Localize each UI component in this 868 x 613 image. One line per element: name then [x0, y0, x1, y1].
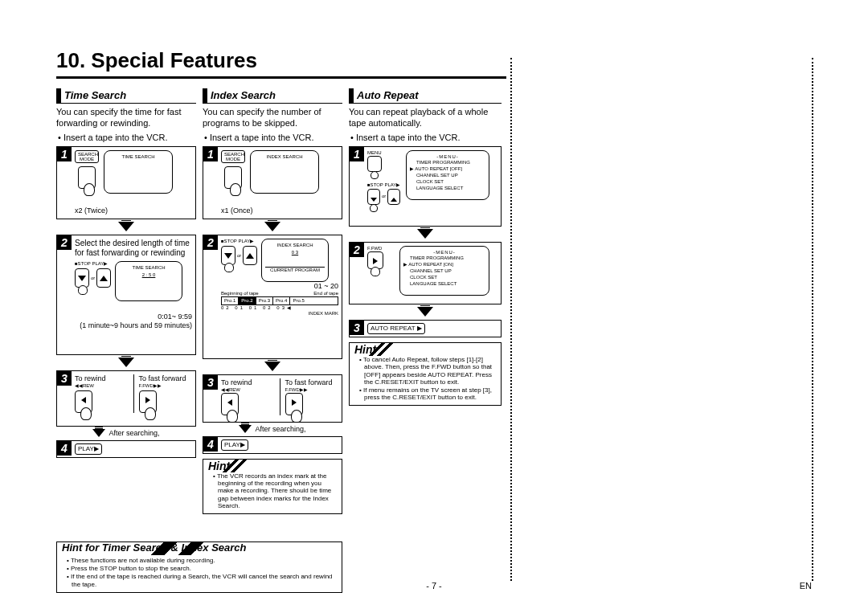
- step-4: 4 PLAY▶: [203, 436, 342, 454]
- ffwd-label: To fast forward: [139, 374, 193, 383]
- prog: Pro.5: [290, 297, 306, 304]
- step-4: 4 PLAY▶: [56, 440, 196, 458]
- rew-button-label: ◀◀REW: [221, 387, 275, 393]
- menu-item-selected: AUTO REPEAT [ON]: [410, 262, 485, 268]
- step-3: 3 To rewind ◀◀REW To fast forward F.FWD▶…: [56, 370, 196, 427]
- col-time-search: Time Search You can specify the time for…: [56, 85, 196, 514]
- step-1: 1 MENU ■STOP PLAY▶ or -MENU-: [349, 146, 502, 227]
- tv-screen: TIME SEARCH: [104, 150, 173, 194]
- search-mode-button: SEARCH MODE: [221, 150, 245, 163]
- up-button: [96, 268, 111, 288]
- intro: You can specify the number of programs t…: [203, 107, 342, 129]
- tv-screen: INDEX SEARCH: [250, 150, 319, 194]
- heading-auto-repeat: Auto Repeat: [349, 88, 502, 104]
- hint-item: Press the STOP button to stop the search…: [67, 565, 337, 572]
- arrow-down-icon: [239, 425, 252, 433]
- begin-label: Beginning of tape: [221, 291, 259, 296]
- up-button: [243, 246, 257, 265]
- col-index-search: Index Search You can specify the number …: [203, 85, 342, 514]
- down-button: [221, 246, 235, 265]
- intro: You can repeat playback of a whole tape …: [349, 107, 502, 129]
- down-button: [75, 268, 89, 288]
- ffwd-button-label: F.FWD▶▶: [285, 387, 339, 393]
- arrow-down-icon: [264, 362, 280, 371]
- hint-item: The VCR records an index mark at the beg…: [213, 472, 337, 509]
- step-number: 2: [203, 235, 218, 250]
- menu-item: CLOCK SET: [416, 179, 485, 186]
- step-2: 2 ■STOP PLAY▶ or INDEX SEARCH 0 3: [203, 235, 342, 359]
- step-number: 3: [203, 375, 218, 390]
- index-marks: 02 01 01 02 03◀: [221, 305, 338, 311]
- screen-label: INDEX SEARCH: [254, 154, 315, 160]
- rew-button: [75, 390, 92, 413]
- btn-row: ■STOP PLAY▶: [221, 239, 258, 244]
- screen-value: 2 : 5 0: [119, 272, 178, 278]
- down-button: [367, 189, 380, 205]
- tv-screen-menu: -MENU- TIMER PROGRAMMING AUTO REPEAT [OF…: [406, 150, 489, 200]
- step-3: 3 AUTO REPEAT ▶: [349, 320, 502, 337]
- after-label: After searching,: [108, 429, 159, 437]
- ffwd-button-label: F.FWD▶▶: [139, 383, 193, 389]
- hint-item: These functions are not available during…: [67, 557, 337, 564]
- page-right-dots: [812, 58, 813, 581]
- menu-item: CHANNEL SET UP: [416, 173, 485, 179]
- step-number: 3: [57, 371, 72, 386]
- step-2: 2 F.FWD -MENU- TIMER PROGRAMMING AUTO RE…: [349, 242, 502, 304]
- range: 01 ~ 20: [221, 282, 338, 291]
- rew-button-label: ◀◀REW: [75, 383, 129, 389]
- page-number: - 7 -: [0, 581, 868, 591]
- step-number: 1: [350, 147, 364, 161]
- menu-button-label: MENU: [367, 150, 403, 156]
- hint-box: Hint The VCR records an index mark at th…: [203, 459, 342, 514]
- arrow-down-icon: [118, 222, 134, 231]
- screen-value: 0 3: [265, 250, 325, 255]
- play-button: PLAY▶: [75, 443, 102, 455]
- range: 0:01~ 9:59: [75, 313, 192, 321]
- menu-title: -MENU-: [403, 250, 485, 255]
- menu-item: LANGUAGE SELECT: [410, 281, 485, 288]
- menu-item: CLOCK SET: [410, 275, 485, 281]
- arrow-down-icon: [92, 429, 105, 437]
- intro: You can specify the time for fast forwar…: [56, 107, 196, 129]
- menu-item: CHANNEL SET UP: [410, 268, 485, 275]
- after-label: After searching,: [255, 425, 305, 433]
- menu-button: [367, 156, 382, 172]
- prog-active: Pro.2: [239, 297, 256, 304]
- column-divider: [510, 58, 512, 581]
- caption: x1 (Once): [221, 206, 338, 215]
- col-auto-repeat: Auto Repeat You can repeat playback of a…: [349, 85, 502, 514]
- step-3: 3 To rewind ◀◀REW To fast forward F.FWD▶…: [203, 374, 342, 423]
- current-program-label: CURRENT PROGRAM: [265, 268, 325, 273]
- ffwd-button: [139, 390, 157, 413]
- lang-code: EN: [800, 581, 812, 591]
- heading-time-search: Time Search: [56, 88, 196, 104]
- bullet: Insert a tape into the VCR.: [56, 133, 196, 144]
- play-button: PLAY▶: [221, 439, 248, 451]
- tv-screen: TIME SEARCH 2 : 5 0: [115, 261, 182, 301]
- step-number: 1: [203, 147, 218, 161]
- screen-label: INDEX SEARCH: [265, 243, 325, 248]
- step-number: 4: [57, 441, 72, 456]
- menu-item: TIMER PROGRAMMING: [416, 160, 485, 166]
- hint-item: To cancel Auto Repeat, follow steps [1]-…: [359, 356, 496, 386]
- range-note: (1 minute~9 hours and 59 minutes): [75, 321, 192, 330]
- tv-screen: INDEX SEARCH 0 3 CURRENT PROGRAM: [261, 239, 329, 282]
- step-1: 1 SEARCH MODE TIME SEARCH x2 (Twice): [56, 146, 196, 219]
- hint-item: If menu remains on the TV screen at step…: [359, 386, 496, 401]
- prog: Pro.4: [273, 297, 290, 304]
- ffwd-button-label: F.FWD: [367, 246, 396, 251]
- hint-heading: Hint: [350, 343, 416, 356]
- screen-label: TIME SEARCH: [108, 154, 169, 160]
- prog: Pro.1: [222, 297, 239, 304]
- rew-button: [221, 393, 239, 415]
- prog: Pro.3: [256, 297, 273, 304]
- arrow-down-icon: [417, 229, 433, 239]
- search-mode-button: SEARCH MODE: [75, 150, 99, 163]
- press-icon: [78, 166, 96, 189]
- rewind-label: To rewind: [221, 378, 275, 387]
- hint-heading: Hint for Timer Search & Index Search: [57, 542, 311, 555]
- auto-repeat-button: AUTO REPEAT ▶: [367, 323, 425, 334]
- step-2: 2 Select the desired length of time for …: [56, 235, 196, 355]
- manual-page: 10. Special Features Time Search You can…: [0, 0, 868, 613]
- step-number: 2: [57, 235, 72, 250]
